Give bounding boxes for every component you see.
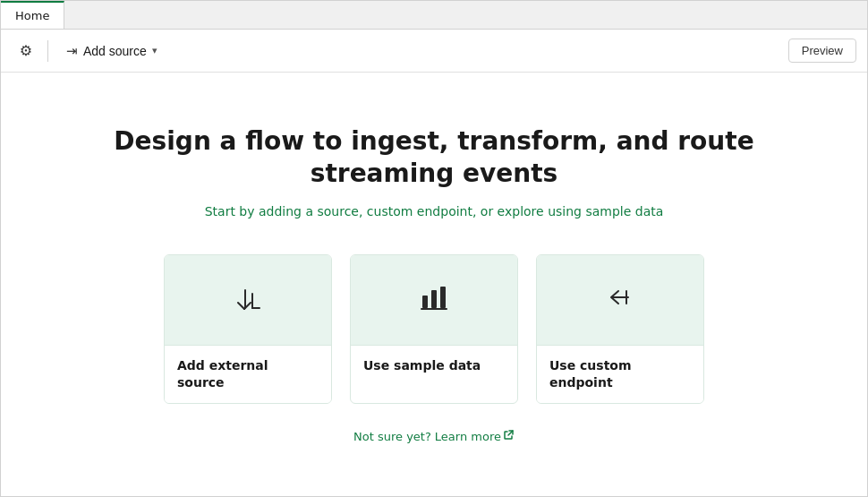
svg-rect-6 [421,308,447,310]
card-label-use-custom-endpoint: Use custom endpoint [549,358,632,390]
svg-rect-5 [440,287,446,308]
not-sure-row: Not sure yet? Learn more [353,429,515,443]
tab-bar: Home [1,1,867,30]
not-sure-text: Not sure yet? [353,430,431,443]
card-icon-area-add-external-source [165,255,331,345]
external-link-icon [503,429,515,443]
card-icon-area-use-sample-data [351,255,517,345]
hero-subtitle: Start by adding a source, custom endpoin… [205,204,664,219]
card-label-area-add-external-source: Add external source [165,345,331,403]
card-label-add-external-source: Add external source [177,358,268,390]
cards-row: Add external source Use [164,254,704,404]
tab-home-label: Home [15,9,49,22]
gear-button[interactable]: ⚙ [12,37,40,65]
hero-title: Design a flow to ingest, transform, and … [94,125,774,191]
main-content: Design a flow to ingest, transform, and … [1,73,867,496]
card-label-use-sample-data: Use sample data [363,358,481,373]
tab-home[interactable]: Home [1,1,64,29]
add-source-label: Add source [83,44,147,58]
preview-label: Preview [802,44,843,57]
svg-rect-4 [431,290,437,308]
bar-chart-icon [418,281,450,320]
learn-more-label: Learn more [435,430,501,443]
arrow-left-icon [604,281,636,320]
toolbar-divider [47,40,48,62]
app-window: Home ⚙ ⇥ Add source ▾ Preview Design a f… [0,0,868,497]
learn-more-link[interactable]: Learn more [435,429,515,443]
gear-icon: ⚙ [20,42,32,59]
card-label-area-use-sample-data: Use sample data [351,345,517,386]
svg-rect-1 [251,293,253,309]
card-icon-area-use-custom-endpoint [537,255,703,345]
svg-rect-0 [244,289,246,309]
chevron-down-icon: ▾ [152,45,157,56]
card-label-area-use-custom-endpoint: Use custom endpoint [537,345,703,403]
svg-rect-8 [625,290,627,304]
svg-rect-2 [251,307,260,309]
toolbar: ⚙ ⇥ Add source ▾ Preview [1,30,867,73]
add-source-icon: ⇥ [66,43,78,59]
card-add-external-source[interactable]: Add external source [164,254,332,404]
arrow-right-icon [232,284,264,316]
preview-button[interactable]: Preview [788,39,856,63]
card-use-sample-data[interactable]: Use sample data [350,254,518,404]
svg-rect-3 [422,296,428,308]
add-source-button[interactable]: ⇥ Add source ▾ [55,38,168,64]
card-use-custom-endpoint[interactable]: Use custom endpoint [536,254,704,404]
